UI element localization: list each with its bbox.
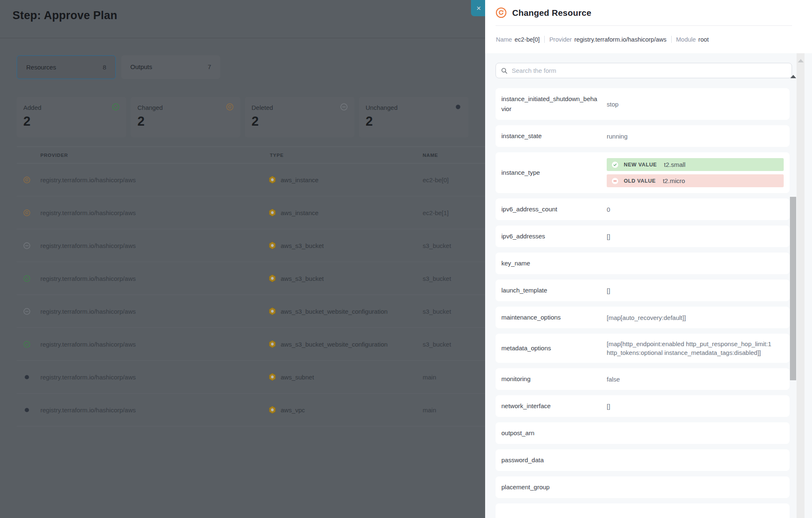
attribute-key: instance_type [501,168,598,178]
attribute-key: maintenance_options [501,312,598,322]
meta-label: Provider [549,36,572,43]
inner-scrollbar-thumb[interactable] [790,197,796,380]
attribute-value: stop [607,100,618,109]
provider-cell: registry.terraform.io/hashicorp/aws [40,406,136,414]
type-cell: aws_vpc [281,406,305,414]
meta-value: registry.terraform.io/hashicorp/aws [574,36,666,43]
resource-meta: Name ec2-be[0] Provider registry.terrafo… [496,36,709,43]
aws-provider-icon [268,176,276,184]
type-cell: aws_s3_bucket_website_configuration [281,341,388,348]
attribute-key: network_interface [501,401,598,411]
attribute-value: [map[auto_recovery:default]] [607,313,686,322]
type-cell: aws_instance [281,209,319,216]
name-cell: s3_bucket [423,242,451,249]
attribute-key: ipv6_address_count [501,204,598,214]
aws-provider-icon [268,241,276,250]
value-diff: NEW VALUE t2.small OLD VALUE t2.micro [607,158,784,187]
attribute-row: placement_group [496,476,790,498]
refresh-circle-icon [226,103,234,111]
attribute-value: false [607,375,620,384]
tab-label: Outputs [130,63,152,70]
screen: Step: Approve Plan Resources 8 Outputs 7… [0,0,812,518]
meta-label: Module [676,36,696,43]
status-unchanged-icon [23,374,30,381]
meta-value: root [698,36,709,43]
aws-provider-icon [268,406,276,414]
tab-count-badge: 8 [103,64,106,71]
status-deleted-icon [23,242,30,249]
meta-value: ec2-be[0] [515,36,540,43]
minus-circle-icon [340,103,348,111]
status-changed-icon [23,176,30,183]
search-box [496,63,792,78]
plan-page-header: Step: Approve Plan [0,0,485,38]
name-cell: main [423,374,436,381]
summary-cards: Added 2 Changed 2 Deleted 2 Unchanged 2 [17,97,468,137]
tab-resources[interactable]: Resources 8 [17,55,116,79]
resource-row[interactable]: registry.terraform.io/hashicorp/aws aws_… [17,295,485,328]
resource-row[interactable]: registry.terraform.io/hashicorp/aws aws_… [17,164,485,196]
attribute-row: ipv6_address_count0 [496,198,790,220]
attribute-key: metadata_options [501,343,598,353]
attribute-row-partial [496,503,790,518]
summary-card-deleted: Deleted 2 [245,97,354,137]
resource-row[interactable]: registry.terraform.io/hashicorp/aws aws_… [17,361,485,394]
tab-label: Resources [26,64,56,71]
provider-cell: registry.terraform.io/hashicorp/aws [40,209,136,216]
provider-cell: registry.terraform.io/hashicorp/aws [40,176,136,183]
aws-provider-icon [268,274,276,283]
attribute-row: monitoringfalse [496,368,790,390]
type-cell: aws_instance [281,176,319,183]
search-input[interactable] [511,64,786,77]
old-value-label: OLD VALUE [624,178,656,184]
close-panel-button[interactable]: × [471,0,486,16]
resource-row[interactable]: registry.terraform.io/hashicorp/aws aws_… [17,262,485,295]
meta-separator [544,36,545,43]
new-value-label: NEW VALUE [624,162,657,168]
name-cell: ec2-be[1] [423,209,449,216]
attribute-value: 0 [607,205,610,214]
provider-cell: registry.terraform.io/hashicorp/aws [40,242,136,249]
resources-table: PROVIDERTYPENAME registry.terraform.io/h… [17,146,485,426]
status-unchanged-icon [23,406,30,414]
column-header: NAME [423,153,438,158]
aws-provider-icon [268,373,276,381]
attribute-value: [] [607,286,610,295]
attribute-value: running [607,132,628,141]
status-added-icon [23,341,30,348]
type-cell: aws_subnet [281,374,314,381]
column-header: TYPE [270,153,284,158]
attribute-key: launch_template [501,285,598,295]
card-count: 2 [137,114,144,129]
card-label: Added [23,104,41,111]
new-value: t2.small [664,161,685,168]
card-count: 2 [366,114,373,129]
card-label: Deleted [252,104,273,111]
outer-scrollbar-track[interactable] [797,53,805,518]
resource-row[interactable]: registry.terraform.io/hashicorp/aws aws_… [17,394,485,426]
name-cell: s3_bucket [423,308,451,315]
old-value: t2.micro [663,177,685,184]
attribute-row: metadata_options[map[http_endpoint:enabl… [496,334,790,363]
attribute-key: password_data [501,455,598,465]
resource-row[interactable]: registry.terraform.io/hashicorp/aws aws_… [17,196,485,229]
inner-scroll-up-arrow-icon[interactable] [790,75,796,78]
type-cell: aws_s3_bucket [281,242,324,249]
attribute-row: instance_type NEW VALUE t2.small OLD VAL… [496,152,790,193]
resource-row[interactable]: registry.terraform.io/hashicorp/aws aws_… [17,328,485,361]
name-cell: ec2-be[0] [423,176,449,183]
attribute-value: [] [607,402,610,411]
resource-row[interactable]: registry.terraform.io/hashicorp/aws aws_… [17,229,485,262]
attribute-key: instance_state [501,131,598,141]
attribute-row: maintenance_options[map[auto_recovery:de… [496,307,790,328]
changed-resource-panel: Changed Resource Name ec2-be[0] Provider… [485,0,812,518]
type-cell: aws_s3_bucket_website_configuration [281,308,388,315]
attribute-key: instance_initiated_shutdown_behavior [501,94,598,114]
attribute-row: network_interface[] [496,395,790,417]
name-cell: s3_bucket [423,275,451,282]
outer-scroll-up-arrow-icon[interactable] [798,59,804,62]
attribute-row: key_name [496,253,790,274]
resource-output-tabs: Resources 8 Outputs 7 [17,55,220,79]
panel-body: instance_initiated_shutdown_behaviorstop… [485,53,812,518]
tab-outputs[interactable]: Outputs 7 [121,55,220,79]
